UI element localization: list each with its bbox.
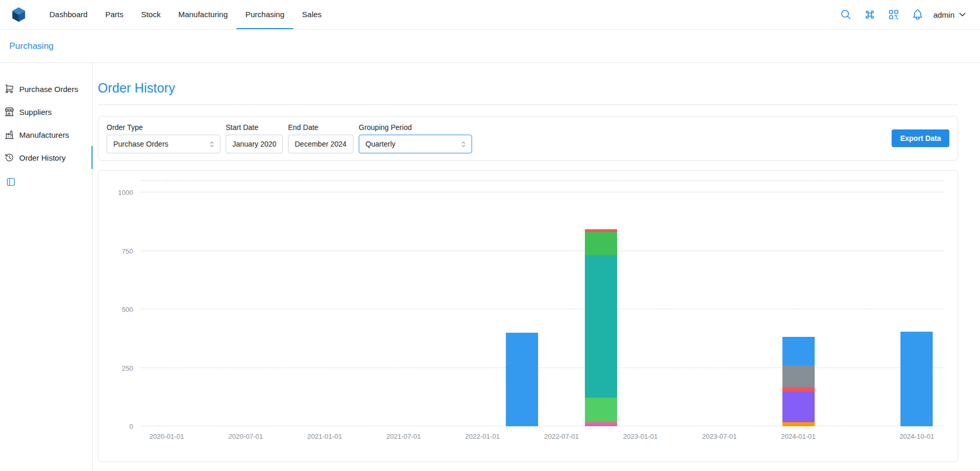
x-axis-tick: 2022-01-01 — [465, 433, 500, 440]
end-date-field: End Date — [288, 123, 354, 153]
order-type-field: Order Type Purchase Orders — [107, 123, 220, 153]
x-axis-tick: 2021-01-01 — [307, 433, 342, 440]
bar-segment — [506, 333, 538, 426]
nav-tab-purchasing[interactable]: Purchasing — [237, 0, 293, 29]
app-window: Dashboard Parts Stock Manufacturing Purc… — [0, 0, 980, 471]
breadcrumb: Purchasing — [0, 30, 980, 63]
sidebar-item-label: Purchase Orders — [19, 85, 78, 94]
search-icon — [840, 8, 852, 21]
nav-tab-stock[interactable]: Stock — [132, 0, 169, 29]
nav-tab-parts[interactable]: Parts — [96, 0, 132, 29]
sidebar-item-label: Manufacturers — [19, 130, 69, 139]
chevron-down-icon — [957, 9, 968, 20]
y-axis-tick: 1000 — [118, 189, 133, 197]
search-button[interactable] — [837, 5, 855, 24]
user-menu[interactable]: admin — [932, 7, 969, 22]
grouping-period-select[interactable]: Quarterly — [359, 135, 472, 153]
gridline — [140, 368, 943, 368]
sidebar-item-manufacturers[interactable]: Manufacturers — [0, 123, 93, 146]
chart-plot-area: 025050075010002020-01-012020-07-012021-0… — [140, 181, 943, 426]
x-axis-tick: 2020-01-01 — [149, 433, 184, 440]
barcode-scan-button[interactable] — [884, 5, 903, 24]
start-date-input[interactable] — [226, 135, 283, 153]
sidebar-item-label: Order History — [19, 153, 66, 162]
x-axis-tick: 2024-01-01 — [781, 433, 816, 440]
chart-card: 025050075010002020-01-012020-07-012021-0… — [98, 170, 958, 462]
y-axis-tick: 0 — [129, 423, 133, 430]
sidebar-collapse-button[interactable] — [4, 175, 18, 189]
end-date-label: End Date — [288, 123, 354, 132]
y-axis-tick: 250 — [122, 364, 133, 372]
bar-segment — [900, 332, 933, 426]
x-axis-tick: 2020-07-01 — [228, 433, 263, 440]
gridline — [140, 192, 943, 192]
bar-segment — [585, 232, 617, 255]
x-axis-tick: 2021-07-01 — [386, 433, 421, 440]
y-axis-tick: 500 — [122, 306, 133, 313]
order-history-chart: 025050075010002020-01-012020-07-012021-0… — [98, 171, 958, 462]
start-date-label: Start Date — [226, 123, 283, 132]
end-date-input[interactable] — [288, 135, 354, 153]
user-name: admin — [933, 10, 955, 19]
grouping-period-label: Grouping Period — [359, 123, 472, 132]
history-icon — [4, 152, 15, 163]
order-type-select[interactable]: Purchase Orders — [107, 135, 220, 153]
main-panel: Order History Order Type Purchase Orders… — [93, 63, 980, 471]
x-axis-tick: 2023-01-01 — [623, 433, 658, 440]
y-axis-tick: 750 — [122, 247, 133, 255]
filter-panel: Order Type Purchase Orders Start Date En… — [98, 116, 958, 161]
sidebar-item-purchase-orders[interactable]: Purchase Orders — [0, 77, 93, 100]
x-axis-tick: 2022-07-01 — [544, 433, 579, 440]
navbar-actions: admin — [837, 0, 969, 29]
sidebar: Purchase Orders Suppliers — [0, 63, 93, 471]
gridline — [140, 426, 943, 426]
sidebar-item-suppliers[interactable]: Suppliers — [0, 100, 93, 123]
order-type-label: Order Type — [107, 123, 220, 132]
building-factory-icon — [4, 129, 15, 140]
layout-sidebar-icon — [6, 177, 16, 187]
x-axis-tick: 2024-10-01 — [899, 433, 934, 440]
nav-tab-sales[interactable]: Sales — [293, 0, 331, 29]
bar-segment — [782, 365, 815, 387]
order-type-value: Purchase Orders — [113, 140, 168, 148]
sidebar-item-order-history[interactable]: Order History — [0, 146, 93, 169]
main-nav: Dashboard Parts Stock Manufacturing Purc… — [41, 0, 331, 29]
chevron-up-down-icon — [460, 140, 467, 148]
qr-scan-icon — [887, 8, 900, 21]
bar-segment — [782, 422, 815, 426]
title-divider — [98, 104, 958, 105]
gridline — [140, 309, 943, 309]
breadcrumb-purchasing[interactable]: Purchasing — [9, 41, 54, 51]
command-palette-button[interactable] — [860, 5, 879, 24]
content-area: Purchase Orders Suppliers — [0, 63, 980, 471]
chart-bar-2024-01-01[interactable] — [782, 337, 815, 426]
gridline — [140, 251, 943, 251]
bar-segment — [782, 391, 815, 422]
top-navbar: Dashboard Parts Stock Manufacturing Purc… — [0, 0, 980, 30]
bar-segment — [585, 398, 617, 422]
gridline — [140, 180, 943, 181]
app-logo-icon — [10, 6, 27, 23]
bar-segment — [782, 337, 815, 365]
bar-segment — [782, 387, 815, 391]
page-title: Order History — [98, 81, 958, 96]
start-date-field: Start Date — [226, 123, 283, 153]
app-logo[interactable] — [10, 0, 27, 29]
shopping-cart-icon — [4, 84, 15, 94]
command-icon — [864, 8, 876, 21]
bell-icon — [911, 8, 924, 21]
export-data-button[interactable]: Export Data — [892, 129, 949, 147]
bar-segment — [585, 255, 617, 398]
grouping-period-value: Quarterly — [365, 140, 396, 148]
nav-tab-dashboard[interactable]: Dashboard — [41, 0, 96, 29]
notifications-button[interactable] — [908, 5, 927, 24]
chart-bar-2022-10-01[interactable] — [585, 229, 617, 426]
chart-bar-2024-10-01[interactable] — [900, 332, 933, 426]
chart-bar-2022-04-01[interactable] — [506, 333, 538, 426]
grouping-period-field: Grouping Period Quarterly — [359, 123, 472, 153]
sidebar-item-label: Suppliers — [19, 108, 52, 116]
nav-tab-manufacturing[interactable]: Manufacturing — [169, 0, 237, 29]
bar-segment — [585, 425, 617, 426]
chevron-up-down-icon — [208, 140, 216, 148]
building-store-icon — [4, 107, 15, 117]
